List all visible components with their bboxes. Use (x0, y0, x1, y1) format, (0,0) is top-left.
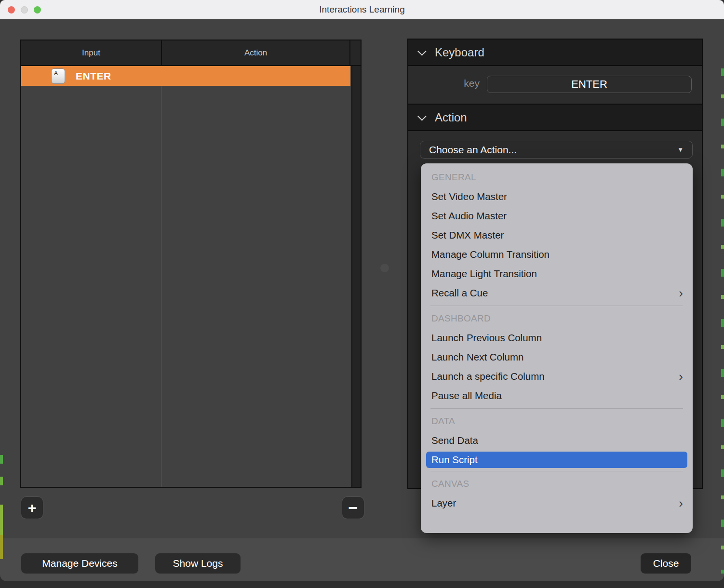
menu-divider (430, 306, 683, 306)
action-dropdown-value: Choose an Action... (429, 144, 517, 156)
menu-section-header-general: GENERAL (421, 168, 693, 187)
chevron-down-icon (417, 47, 426, 55)
table-header-row: Input Action (21, 40, 361, 66)
action-dropdown-menu: GENERAL Set Video Master Set Audio Maste… (421, 163, 693, 533)
keyboard-section-body: key (408, 66, 702, 105)
chevron-down-icon (417, 112, 426, 120)
edge-artifact-right (721, 48, 724, 574)
menu-divider (430, 408, 683, 409)
menu-item-recall-a-cue[interactable]: Recall a Cue › (421, 283, 693, 303)
menu-item-send-data[interactable]: Send Data (421, 431, 693, 450)
keyboard-keycap-icon: A (51, 68, 65, 84)
resize-dot (380, 264, 389, 272)
extra-column (351, 66, 361, 487)
dropdown-caret-icon: ▼ (677, 146, 684, 153)
manage-devices-button[interactable]: Manage Devices (21, 553, 138, 574)
mappings-table: Input Action A ENTER (20, 40, 362, 488)
key-field-label: key (408, 78, 480, 89)
action-dropdown[interactable]: Choose an Action... ▼ (420, 141, 693, 159)
menu-section-header-canvas: CANVAS (421, 474, 693, 494)
close-button[interactable]: Close (641, 553, 691, 574)
menu-section-header-data: DATA (421, 412, 693, 431)
action-section-header[interactable]: Action (408, 105, 702, 131)
table-row[interactable]: A ENTER (21, 66, 350, 86)
row-input-label: ENTER (76, 70, 111, 82)
menu-item-launch-previous-column[interactable]: Launch Previous Column (421, 328, 693, 347)
menu-item-manage-column-transition[interactable]: Manage Column Transition (421, 245, 693, 264)
keyboard-section-header[interactable]: Keyboard (408, 40, 702, 66)
key-input[interactable] (487, 76, 692, 93)
remove-mapping-button[interactable]: − (342, 497, 364, 519)
action-column-header: Action (162, 40, 350, 65)
menu-item-set-dmx-master[interactable]: Set DMX Master (421, 226, 693, 245)
menu-item-launch-a-specific-column[interactable]: Launch a specific Column › (421, 367, 693, 386)
menu-item-run-script[interactable]: Run Script (426, 452, 687, 468)
menu-section-header-dashboard: DASHBOARD (421, 309, 693, 328)
menu-divider (430, 471, 683, 471)
menu-item-layer[interactable]: Layer › (421, 494, 693, 513)
title-bar: Interactions Learning (0, 0, 724, 19)
menu-item-pause-all-media[interactable]: Pause all Media (421, 386, 693, 405)
menu-item-set-video-master[interactable]: Set Video Master (421, 187, 693, 206)
window-title: Interactions Learning (319, 4, 404, 15)
menu-item-launch-next-column[interactable]: Launch Next Column (421, 347, 693, 367)
menu-item-set-audio-master[interactable]: Set Audio Master (421, 206, 693, 226)
input-column-header: Input (21, 40, 162, 65)
traffic-zoom-button[interactable] (34, 6, 41, 13)
traffic-close-button[interactable] (8, 6, 15, 13)
add-mapping-button[interactable]: + (21, 497, 43, 519)
interactions-learning-window: Interactions Learning Input Action A ENT… (0, 0, 724, 588)
edge-artifact-left (0, 451, 3, 559)
menu-item-manage-light-transition[interactable]: Manage Light Transition (421, 264, 693, 283)
traffic-minimize-button[interactable] (21, 6, 28, 13)
column-divider (161, 66, 162, 487)
show-logs-button[interactable]: Show Logs (155, 553, 241, 574)
extra-column-header (350, 40, 361, 65)
